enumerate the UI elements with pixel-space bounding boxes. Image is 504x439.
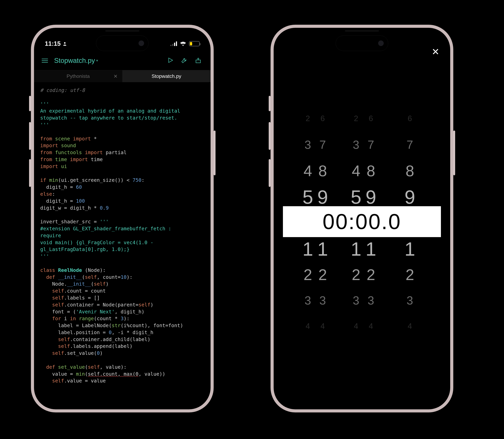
- reel-digit: 6: [369, 114, 373, 123]
- code-line: digit_h = 100: [40, 197, 204, 205]
- code-line: [40, 260, 204, 267]
- code-line: font = ('Avenir Next', digit_h): [40, 308, 204, 315]
- code-line: [40, 94, 204, 101]
- code-line: require: [40, 232, 204, 239]
- speaker-grille: [345, 30, 379, 32]
- power-button: [453, 131, 455, 175]
- add-button[interactable]: [194, 56, 203, 65]
- tab-pythonista[interactable]: Pythonista ✕: [34, 70, 122, 82]
- power-button: [214, 131, 215, 175]
- reel-digit: 5: [351, 186, 362, 208]
- code-line: ''': [40, 253, 204, 260]
- reel-digit: 2: [405, 266, 414, 284]
- file-title: Stopwatch.py: [54, 57, 95, 64]
- reel-digit: 8: [405, 162, 414, 180]
- code-line: Node.__init__(self): [40, 280, 204, 287]
- stopwatch-reel-row: 48488: [283, 162, 441, 177]
- file-title-dropdown[interactable]: Stopwatch.py ▾: [54, 57, 98, 64]
- code-line: from scene import *: [40, 135, 204, 142]
- reel-digit: 2: [303, 266, 312, 284]
- code-line: if min(ui.get_screen_size()) < 750:: [40, 177, 204, 184]
- reel-digit: 7: [368, 138, 374, 151]
- front-camera: [378, 40, 384, 46]
- reel-digit: 9: [317, 186, 328, 208]
- stopwatch-reel-row: 37377: [283, 138, 441, 150]
- battery-percent: 25: [192, 42, 196, 46]
- code-line: def __init__(self, count=10):: [40, 274, 204, 281]
- code-editor[interactable]: # coding: utf-8 '''An experimental hybri…: [34, 82, 211, 389]
- code-line: label = LabelNode(str(i%count), font=fon…: [40, 322, 204, 329]
- menu-button[interactable]: [40, 57, 50, 64]
- reel-digit: 1: [302, 238, 313, 260]
- code-line: digit_w = digit_h * 0.9: [40, 205, 204, 211]
- stopwatch-reel-row: 26266: [283, 114, 441, 122]
- code-line: stopwatch -- tap anywhere to start/stop/…: [40, 114, 204, 122]
- code-line: self.container.add_child(label): [40, 336, 204, 343]
- reel-digit: 3: [368, 294, 374, 307]
- run-button[interactable]: [166, 56, 175, 65]
- code-line: void main() {gl_FragColor = vec4(1.0 -: [40, 239, 204, 246]
- dynamic-island: [336, 36, 388, 51]
- code-line: class ReelNode (Node):: [40, 267, 204, 274]
- code-line: self.labels = []: [40, 294, 204, 301]
- side-button: [29, 96, 31, 111]
- reel-digit: 4: [354, 322, 358, 330]
- code-line: [40, 211, 204, 218]
- close-tab-icon[interactable]: ✕: [113, 73, 118, 79]
- code-line: for i in range(count * 3):: [40, 315, 204, 322]
- reel-digit: 7: [407, 138, 413, 151]
- reel-digit: 6: [320, 114, 325, 123]
- code-line: [40, 170, 204, 177]
- code-line: self.value = value: [40, 377, 204, 384]
- svg-rect-1: [170, 45, 171, 46]
- stopwatch-reel-row: 33333: [283, 294, 441, 305]
- stopwatch-reel-row: 44444: [283, 322, 441, 329]
- reel-digit: 1: [404, 238, 415, 260]
- code-line: import sound: [40, 142, 204, 149]
- reel-digit: 1: [317, 238, 328, 260]
- code-line: def set_value(self, value):: [40, 364, 204, 371]
- reel-digit: 4: [306, 322, 310, 330]
- svg-rect-4: [176, 41, 177, 46]
- code-line: invert_shader_src = ''': [40, 218, 204, 225]
- code-line: digit_h = 60: [40, 184, 204, 191]
- volume-down-button: [269, 159, 271, 187]
- tools-button[interactable]: [180, 56, 189, 65]
- stopwatch-center-display: 00:00.0: [283, 206, 441, 237]
- reel-digit: 5: [302, 186, 313, 208]
- caret-down-icon: ▾: [96, 58, 98, 63]
- reel-digit: 9: [366, 186, 376, 208]
- code-line: value = min(self.count, max(0, value)): [40, 371, 204, 378]
- code-line: An experimental hybrid of an analog and …: [40, 108, 204, 114]
- tab-label: Stopwatch.py: [151, 73, 181, 79]
- code-line: self.count = count: [40, 287, 204, 294]
- side-button: [269, 96, 271, 111]
- svg-rect-2: [172, 44, 173, 46]
- tab-label: Pythonista: [67, 73, 90, 79]
- stopwatch-face[interactable]: 2626637377484885959900:00.01111122222333…: [274, 28, 450, 409]
- reel-digit: 1: [366, 238, 376, 260]
- reel-digit: 6: [408, 114, 412, 123]
- reel-digit: 7: [319, 138, 326, 151]
- volume-down-button: [29, 159, 31, 187]
- reel-digit: 4: [369, 322, 373, 330]
- code-line: # coding: utf-8: [40, 87, 204, 94]
- code-line: gl_LastFragData[0].rgb, 1.0);}: [40, 246, 204, 253]
- phone-right-stopwatch: ✕ 2626637377484885959900:00.011111222223…: [271, 25, 453, 413]
- code-line: self.set_value(0): [40, 350, 204, 357]
- tab-stopwatch[interactable]: Stopwatch.py: [122, 70, 211, 82]
- reel-digit: 2: [306, 114, 310, 123]
- svg-rect-3: [174, 43, 175, 46]
- stopwatch-display-text: 00:00.0: [283, 209, 441, 234]
- reel-digit: 3: [353, 294, 359, 307]
- reel-digit: 3: [407, 294, 413, 307]
- reel-digit: 8: [318, 162, 327, 180]
- code-line: else:: [40, 191, 204, 197]
- front-camera: [139, 40, 144, 46]
- reel-digit: 3: [304, 138, 311, 151]
- code-line: import ui: [40, 163, 204, 170]
- volume-up-button: [269, 122, 271, 150]
- stopwatch-reel-row: 22222: [283, 266, 441, 281]
- close-button[interactable]: ✕: [432, 46, 439, 57]
- code-line: [40, 128, 204, 135]
